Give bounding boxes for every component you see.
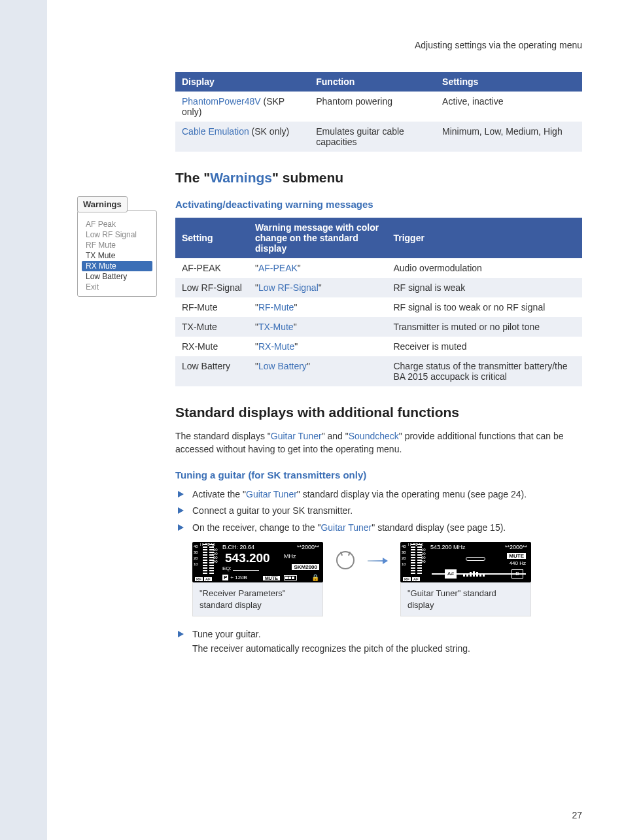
instruction-list: Tune your guitar. The receiver automatic… <box>175 628 582 655</box>
li-text: Activate the " <box>192 489 246 499</box>
li-text: Tune your guitar. <box>192 629 261 639</box>
sidebox-item: RF Mute <box>78 240 156 250</box>
subheading-tuning: Tuning a guitar (for SK transmitters onl… <box>175 469 582 480</box>
lcd-mute: MUTE <box>507 553 526 559</box>
lcd-scale2: 0 -10 -20 -30 -40 <box>212 544 218 563</box>
table-row: RF-Mute "RF-Mute" RF signal is too weak … <box>175 297 582 317</box>
lcd-frequency: 543.200 <box>225 551 270 565</box>
table-row: Low Battery "Low Battery" Charge status … <box>175 356 582 386</box>
cell-link: Cable Emulation <box>182 126 249 137</box>
tuner-note: A# <box>445 569 457 579</box>
lock-icon: 🔒 <box>311 574 319 581</box>
subheading-activating: Activating/deactivating warning messages <box>175 199 582 210</box>
th-display: Display <box>175 72 309 92</box>
lcd-guitar-tuner: 40 30 20 10 I II PEAK 0 -10 -20 -30 -40 … <box>400 542 531 582</box>
lcd-gain: P+ 12dB <box>222 575 247 580</box>
sidebox-item: Exit <box>78 282 156 292</box>
cell-text: TX-Mute <box>175 317 249 337</box>
lcd-rf-af: RFAF <box>403 577 421 581</box>
sidebox-item-highlighted: RX Mute <box>82 261 152 271</box>
cell-link: AF-PEAK <box>258 263 298 273</box>
h-text: " submenu <box>272 170 343 185</box>
tuner-bar: A# B <box>432 569 526 579</box>
cell-text: Minimum, Low, Medium, High <box>436 122 582 152</box>
cell-text: RX-Mute <box>175 337 249 356</box>
table-warnings: Setting Warning message with color chang… <box>175 218 582 386</box>
cell-link: RF-Mute <box>258 302 294 312</box>
p-text: The standard displays " <box>175 431 271 441</box>
cell-text: RF signal is weak <box>387 278 582 297</box>
lcd-rf-af: RFAF <box>195 577 213 581</box>
cell-link: TX-Mute <box>258 322 294 332</box>
cell-text: Active, inactive <box>436 92 582 122</box>
page-number: 27 <box>572 810 582 820</box>
lcd-frequency: 543.200 MHz <box>430 544 466 550</box>
lcd-bank-ch: B.CH: 20.64 <box>222 544 254 550</box>
table-row: AF-PEAK "AF-PEAK" Audio overmodulation <box>175 258 582 278</box>
arrow-right-icon <box>368 560 387 562</box>
cell-text: Emulates guitar cable capacities <box>309 122 436 152</box>
table-row: RX-Mute "RX-Mute" Receiver is muted <box>175 337 582 356</box>
jog-dial-icon <box>336 551 355 569</box>
sidebox-item: TX Mute <box>78 250 156 261</box>
p-text-blue: Guitar Tuner <box>271 431 322 441</box>
cell-text: Audio overmodulation <box>387 258 582 278</box>
cell-text: RF signal is too weak or no RF signal <box>387 297 582 317</box>
list-item: Activate the "Guitar Tuner" standard dis… <box>175 488 582 501</box>
table-display-function: Display Function Settings PhantomPower48… <box>175 72 582 152</box>
table-row: Low RF-Signal "Low RF-Signal" RF signal … <box>175 278 582 297</box>
th-warning: Warning message with color change on the… <box>249 218 387 258</box>
sidebox-item: Low RF Signal <box>78 229 156 240</box>
cell-text: AF-PEAK <box>175 258 249 278</box>
cell-text: (SK only) <box>249 126 289 137</box>
paragraph: The standard displays "Guitar Tuner" and… <box>175 429 582 456</box>
th-setting: Setting <box>175 218 249 258</box>
display-box-tuner: 40 30 20 10 I II PEAK 0 -10 -20 -30 -40 … <box>400 542 531 616</box>
lcd-model: **2000** <box>297 544 319 550</box>
cell-text: Phantom powering <box>309 92 436 122</box>
th-function: Function <box>309 72 436 92</box>
battery-icon <box>284 575 297 580</box>
warnings-sidebox: Warnings AF Peak Low RF Signal RF Mute T… <box>77 196 157 297</box>
list-item: On the receiver, change to the "Guitar T… <box>175 522 582 535</box>
table-row: Cable Emulation (SK only) Emulates guita… <box>175 122 582 152</box>
display-comparison-row: 40 30 20 10 I II PEAK 0 -10 -20 -30 -40 … <box>192 542 582 616</box>
left-margin-bar <box>0 0 47 840</box>
lcd-model: **2000** <box>505 544 527 550</box>
sidebox-item: Low Battery <box>78 271 156 282</box>
cell-text: Charge status of the transmitter battery… <box>387 356 582 386</box>
list-item: Tune your guitar. The receiver automatic… <box>175 628 582 655</box>
p-text-blue: Soundcheck <box>349 431 399 441</box>
cell-link: Low RF-Signal <box>258 282 319 293</box>
tuner-note: B <box>511 569 523 579</box>
li-text-blue: Guitar Tuner <box>246 489 297 499</box>
h-text: The " <box>175 170 210 185</box>
li-text: On the receiver, change to the " <box>192 522 321 533</box>
lcd-tx-name: SKM2000 <box>292 564 319 570</box>
instruction-list: Activate the "Guitar Tuner" standard dis… <box>175 488 582 535</box>
lcd-receiver-params: 40 30 20 10 I II PEAK 0 -10 -20 -30 -40 … <box>192 542 323 582</box>
heading-warnings-submenu: The "Warnings" submenu <box>175 170 582 186</box>
table-row: PhantomPower48V (SKP only) Phantom power… <box>175 92 582 122</box>
li-text: " standard display via the operating men… <box>297 489 527 499</box>
cell-link: Low Battery <box>258 361 307 371</box>
th-settings: Settings <box>436 72 582 92</box>
lcd-caption: "Guitar Tuner" standard display <box>400 582 531 616</box>
lcd-ref-hz: 440 Hz <box>510 560 526 566</box>
table-row: TX-Mute "TX-Mute" Transmitter is muted o… <box>175 317 582 337</box>
sidebox-list: AF Peak Low RF Signal RF Mute TX Mute RX… <box>77 210 157 297</box>
lcd-eq: EQ: <box>222 565 259 571</box>
cell-text: RF-Mute <box>175 297 249 317</box>
li-text-blue: Guitar Tuner <box>321 522 372 533</box>
th-trigger: Trigger <box>387 218 582 258</box>
cell-text: Transmitter is muted or no pilot tone <box>387 317 582 337</box>
cell-link: PhantomPower48V <box>182 96 261 107</box>
heading-standard-displays: Standard displays with additional functi… <box>175 405 582 420</box>
sidebox-title: Warnings <box>77 196 128 212</box>
cell-text: Receiver is muted <box>387 337 582 356</box>
cell-link: RX-Mute <box>258 341 294 352</box>
list-item: Connect a guitar to your SK transmitter. <box>175 505 582 518</box>
main-content: Display Function Settings PhantomPower48… <box>175 72 582 664</box>
lcd-caption: "Receiver Parameters" standard display <box>192 582 323 616</box>
guitar-plug-icon <box>466 553 488 565</box>
